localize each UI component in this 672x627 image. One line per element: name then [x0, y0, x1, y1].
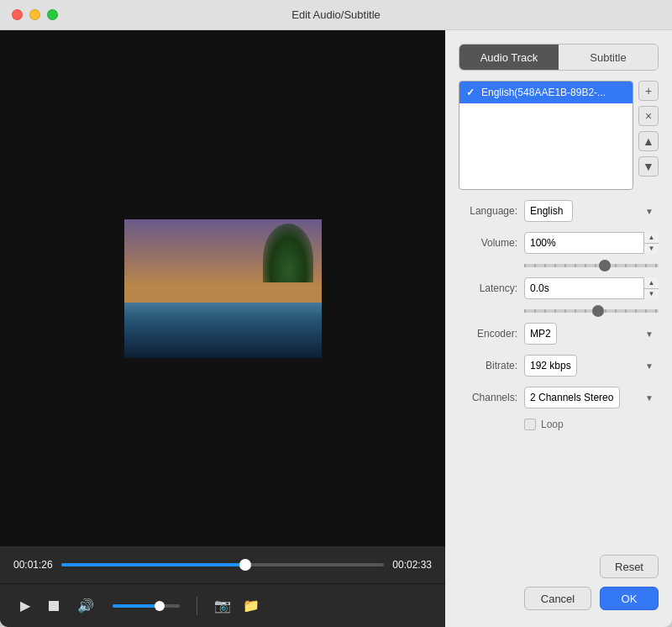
track-list-container: ✓ English(548AAE1B-89B2-... + × ▲ ▼ — [459, 81, 659, 190]
latency-input[interactable] — [524, 277, 659, 299]
ok-button[interactable]: OK — [600, 587, 659, 610]
screenshot-icon[interactable]: 📷 — [214, 598, 231, 614]
window-controls — [12, 9, 58, 20]
play-icon: ▶ — [20, 598, 30, 614]
bitrate-row: Bitrate: 192 kbps 128 kbps 256 kbps ▼ — [459, 355, 659, 377]
reset-row: Reset — [459, 555, 659, 578]
main-content: 00:01:26 00:02:33 ▶ 🔊 — [0, 30, 672, 627]
volume-track-slider[interactable] — [524, 264, 659, 267]
channels-select-wrapper: 2 Channels Stereo 1 Channel Mono 5.1 Sur… — [524, 387, 659, 408]
play-button[interactable]: ▶ — [17, 594, 34, 617]
language-select[interactable]: English French Spanish — [524, 200, 573, 222]
folder-icon[interactable]: 📁 — [243, 598, 260, 614]
progress-track[interactable] — [61, 563, 385, 566]
stop-icon — [49, 601, 59, 611]
timeline-bar: 00:01:26 00:02:33 — [0, 546, 445, 583]
encoder-select-arrow: ▼ — [645, 329, 654, 339]
dialog-title: Edit Audio/Subtitle — [291, 8, 381, 21]
volume-label: Volume: — [459, 237, 517, 249]
latency-spinner-wrapper: ▲ ▼ — [524, 277, 659, 299]
latency-row: Latency: ▲ ▼ — [459, 277, 659, 299]
volume-fill — [113, 604, 160, 608]
volume-button[interactable]: 🔊 — [74, 594, 97, 617]
maximize-button[interactable] — [47, 9, 58, 20]
volume-slider[interactable] — [113, 604, 180, 608]
progress-fill — [61, 563, 245, 566]
track-label: English(548AAE1B-89B2-... — [481, 87, 606, 98]
channels-row: Channels: 2 Channels Stereo 1 Channel Mo… — [459, 387, 659, 408]
title-bar: Edit Audio/Subtitle — [0, 0, 672, 30]
bitrate-select-wrapper: 192 kbps 128 kbps 256 kbps ▼ — [524, 355, 659, 377]
track-list: ✓ English(548AAE1B-89B2-... — [459, 81, 633, 190]
encoder-select-wrapper: MP2 MP3 AAC ▼ — [524, 323, 659, 345]
tab-audio-track[interactable]: Audio Track — [459, 45, 559, 70]
latency-down-button[interactable]: ▼ — [644, 289, 659, 300]
bitrate-select[interactable]: 192 kbps 128 kbps 256 kbps — [524, 355, 577, 377]
channels-label: Channels: — [459, 392, 517, 403]
loop-checkbox[interactable] — [524, 419, 536, 430]
encoder-select[interactable]: MP2 MP3 AAC — [524, 323, 557, 345]
controls-bar: ▶ 🔊 📷 📁 — [0, 583, 445, 627]
video-thumbnail — [124, 219, 322, 358]
language-select-arrow: ▼ — [645, 207, 654, 216]
spacer — [459, 440, 659, 545]
latency-up-button[interactable]: ▲ — [644, 277, 659, 289]
channels-select-arrow: ▼ — [645, 393, 654, 403]
loop-label: Loop — [541, 419, 564, 430]
move-down-button[interactable]: ▼ — [638, 156, 659, 177]
bottom-area: Reset Cancel OK — [459, 555, 659, 614]
right-panel: Audio Track Subtitle ✓ English(548AAE1B-… — [445, 30, 672, 627]
volume-input[interactable] — [524, 232, 659, 254]
video-area — [0, 30, 445, 546]
language-select-wrapper: English French Spanish ▼ — [524, 200, 659, 222]
loop-row: Loop — [459, 419, 659, 430]
reset-button[interactable]: Reset — [600, 555, 659, 578]
volume-up-button[interactable]: ▲ — [644, 232, 659, 244]
current-time: 00:01:26 — [13, 559, 53, 571]
volume-thumb[interactable] — [155, 601, 165, 611]
volume-row: Volume: ▲ ▼ — [459, 232, 659, 254]
dialog-window: Edit Audio/Subtitle 00:01:26 00:02:33 ▶ — [0, 0, 672, 627]
volume-spinner-wrapper: ▲ ▼ — [524, 232, 659, 254]
track-check-icon: ✓ — [466, 87, 475, 98]
tab-subtitle[interactable]: Subtitle — [559, 45, 658, 70]
bitrate-select-arrow: ▼ — [645, 361, 654, 371]
encoder-label: Encoder: — [459, 328, 517, 340]
latency-spinner-buttons: ▲ ▼ — [643, 277, 659, 299]
volume-spinner-buttons: ▲ ▼ — [643, 232, 659, 254]
stop-button[interactable] — [45, 598, 62, 614]
cancel-button[interactable]: Cancel — [524, 587, 591, 610]
remove-track-button[interactable]: × — [638, 106, 659, 126]
language-label: Language: — [459, 205, 517, 217]
track-action-buttons: + × ▲ ▼ — [638, 81, 659, 190]
volume-down-button[interactable]: ▼ — [644, 244, 659, 255]
minimize-button[interactable] — [29, 9, 40, 20]
bitrate-label: Bitrate: — [459, 360, 517, 371]
latency-label: Latency: — [459, 282, 517, 294]
action-buttons-row: Cancel OK — [459, 587, 659, 614]
language-row: Language: English French Spanish ▼ — [459, 200, 659, 222]
encoder-row: Encoder: MP2 MP3 AAC ▼ — [459, 323, 659, 345]
latency-slider-row — [459, 309, 659, 313]
latency-track-thumb[interactable] — [592, 305, 604, 317]
move-up-button[interactable]: ▲ — [638, 131, 659, 151]
video-panel: 00:01:26 00:02:33 ▶ 🔊 — [0, 30, 445, 627]
add-track-button[interactable]: + — [638, 81, 659, 101]
total-time: 00:02:33 — [392, 559, 432, 571]
list-item[interactable]: ✓ English(548AAE1B-89B2-... — [459, 82, 633, 103]
volume-icon: 🔊 — [77, 598, 94, 614]
volume-slider-row — [459, 264, 659, 267]
volume-track-thumb[interactable] — [599, 260, 611, 271]
divider — [197, 597, 197, 615]
tabs-row: Audio Track Subtitle — [459, 44, 659, 71]
progress-thumb[interactable] — [239, 559, 251, 571]
channels-select[interactable]: 2 Channels Stereo 1 Channel Mono 5.1 Sur… — [524, 387, 620, 408]
latency-track-slider[interactable] — [524, 309, 659, 313]
close-button[interactable] — [12, 9, 23, 20]
